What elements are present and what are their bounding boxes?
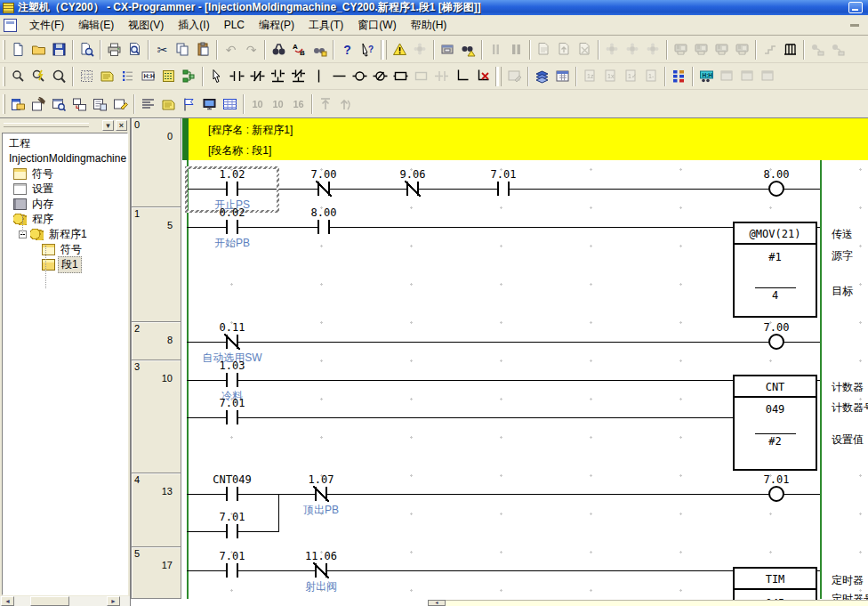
new-closed-contact-button[interactable] (247, 66, 268, 87)
menu-9[interactable]: 帮助(H) (404, 16, 454, 34)
save-file-button[interactable] (49, 39, 69, 61)
new-inverted-pfc-button[interactable] (431, 66, 452, 87)
edit-send-2-button[interactable]: 1x (600, 66, 621, 87)
new-or-closed-contact-button[interactable] (288, 66, 309, 87)
rung-header-0[interactable]: 00 (131, 118, 181, 207)
time-chart-button[interactable] (828, 39, 848, 61)
monitor-window-button[interactable] (199, 93, 220, 115)
workspace-pin-button[interactable]: ▾ (102, 120, 114, 131)
print-preview-button[interactable] (125, 39, 145, 61)
toggle-output-window-button[interactable] (28, 93, 49, 115)
tree-item-段1[interactable]: 段1 (6, 257, 82, 271)
show-rung-comments-button[interactable] (158, 66, 179, 87)
go-previous-reference-button[interactable] (316, 93, 336, 115)
child-window-icon[interactable] (4, 19, 17, 32)
ladder-scroll-track[interactable] (446, 600, 868, 606)
new-horizontal-line-button[interactable] (329, 66, 350, 87)
show-symbol-tree-button[interactable] (179, 66, 199, 87)
show-rung-annotations-button[interactable] (117, 66, 138, 87)
format-signed-decimal-button[interactable]: 10 (268, 93, 288, 115)
new-or-open-contact-button[interactable] (268, 66, 288, 87)
tree-scroll-thumb[interactable] (30, 596, 69, 606)
compile-all-programs-button[interactable] (410, 39, 430, 61)
program-mode-button[interactable] (602, 39, 623, 61)
mov-instruction-block[interactable]: @MOV(21) #1 4 (733, 222, 817, 318)
rung-header-3[interactable]: 310 (131, 360, 181, 473)
format-hex-button[interactable]: 16 (288, 93, 309, 115)
print-button[interactable] (104, 39, 125, 61)
show-comments-button[interactable] (97, 66, 117, 87)
new-instruction-button[interactable] (390, 66, 411, 87)
format-decimal-button[interactable]: 10 (247, 93, 268, 115)
edit-send-3-button[interactable]: 1✓ (621, 66, 641, 87)
pause-trigger-button[interactable] (506, 39, 526, 61)
symbol-layers-button[interactable] (532, 66, 552, 87)
tree-item-符号[interactable]: 符号 (6, 166, 56, 181)
run-mode-1-button[interactable] (671, 39, 691, 61)
tree-root[interactable]: InjectionMoldingmachine (6, 151, 128, 166)
new-vertical-down-button[interactable] (452, 66, 472, 87)
rung-header-4[interactable]: 413 (131, 473, 181, 547)
new-closed-coil-button[interactable] (370, 66, 390, 87)
menu-2[interactable]: 编辑(E) (71, 16, 121, 34)
show-monitor-box-button[interactable]: H:H (138, 66, 158, 87)
address-reference-tool-button[interactable] (669, 66, 689, 87)
run-mode-4-button[interactable] (732, 39, 752, 61)
new-vertical-line-button[interactable] (309, 66, 329, 87)
new-coil-button[interactable] (350, 66, 370, 87)
menu-6[interactable]: 编程(P) (252, 16, 301, 34)
watch-window-button[interactable]: H:H (696, 66, 717, 87)
menu-7[interactable]: 工具(T) (301, 16, 350, 34)
properties-button[interactable] (110, 93, 131, 115)
toolbar-grip[interactable] (3, 94, 5, 114)
menu-8[interactable]: 窗口(W) (350, 16, 403, 34)
rung-comment-banner[interactable]: [程序名 : 新程序1] [段名称 : 段1] (189, 118, 868, 160)
mnemonic-view-button[interactable] (138, 93, 158, 115)
workspace-drag-grip[interactable] (4, 123, 89, 127)
aux-window-2-button[interactable] (737, 66, 758, 87)
select-mode-button[interactable] (206, 66, 227, 87)
toolbar-grip[interactable] (3, 40, 5, 60)
tree-horizontal-scrollbar[interactable]: ◄ ► (0, 596, 130, 606)
toggle-grid-button[interactable] (76, 66, 97, 87)
compile-program-button[interactable] (390, 39, 410, 61)
menu-3[interactable]: 视图(V) (121, 16, 171, 34)
paste-button[interactable] (193, 39, 213, 61)
cut-button[interactable]: ✂ (152, 39, 173, 61)
symbols-editor-button[interactable] (158, 93, 179, 115)
run-mode-2-button[interactable] (691, 39, 711, 61)
local-symbol-table-button[interactable] (90, 93, 110, 115)
edit-send-4-button[interactable]: 1- (641, 66, 662, 87)
minimize-button[interactable] (848, 2, 863, 13)
menu-4[interactable]: 插入(I) (171, 16, 216, 34)
tree-item-设置[interactable]: 设置 (6, 182, 56, 196)
zoom-in-button[interactable] (28, 66, 49, 87)
child-minimize-icon[interactable] (850, 24, 859, 27)
io-grid-view-button[interactable] (220, 93, 240, 115)
new-instruction-2-button[interactable] (411, 66, 431, 87)
tim-instruction-block[interactable]: TIM 045 (733, 567, 817, 600)
ladder-canvas[interactable]: 001528310413517 [程序名 : 新程序1] [段名称 : 段1] (131, 118, 868, 600)
tree-item-新程序1[interactable]: 新程序1 (6, 227, 90, 241)
differential-monitor-button[interactable] (780, 39, 800, 61)
help-button[interactable]: ? (337, 39, 358, 61)
aux-window-1-button[interactable] (717, 66, 737, 87)
io-comment-view-button[interactable] (552, 66, 573, 87)
menu-1[interactable]: 文件(F) (22, 16, 71, 34)
step-run-button[interactable] (760, 39, 780, 61)
toggle-workspace-button[interactable] (8, 93, 28, 115)
rung-header-5[interactable]: 517 (131, 546, 181, 599)
edit-send-1-button[interactable]: 1z (580, 66, 600, 87)
replace-button[interactable]: AB (289, 39, 309, 61)
menu-5[interactable]: PLC (217, 16, 252, 34)
view-search-doc-button[interactable] (76, 39, 97, 61)
tree-item-内存[interactable]: 内存 (6, 197, 56, 211)
go-next-reference-button[interactable] (336, 93, 357, 115)
tree-scroll-right-button[interactable]: ► (107, 596, 120, 606)
find-button[interactable] (269, 39, 289, 61)
pause-monitor-button[interactable] (486, 39, 506, 61)
toggle-watch-window-button[interactable] (49, 93, 69, 115)
transfer-to-plc-button[interactable] (534, 39, 554, 61)
new-open-contact-button[interactable] (227, 66, 247, 87)
tree-item-程序[interactable]: 程序 (6, 212, 56, 226)
